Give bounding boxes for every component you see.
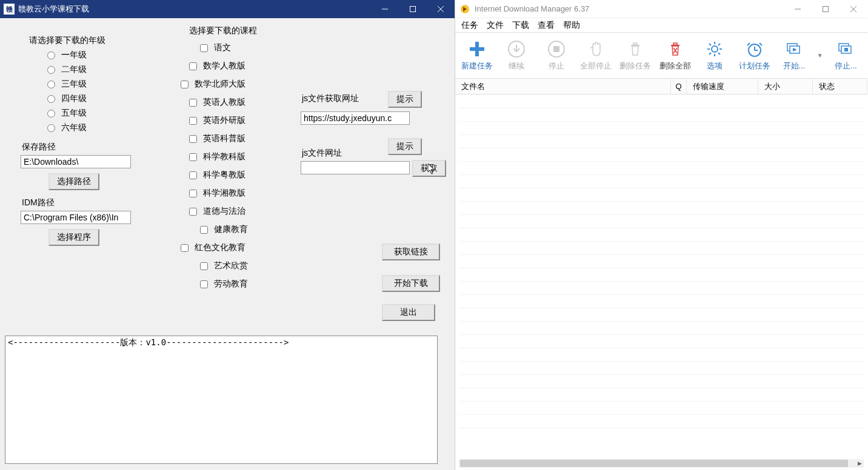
grade-radio-3[interactable]: 三年级 <box>47 79 87 90</box>
minimize-button[interactable] <box>784 0 812 18</box>
menu-view[interactable]: 查看 <box>538 20 555 31</box>
maximize-button[interactable] <box>399 0 427 18</box>
toolbar-resume[interactable]: 继续 <box>499 36 533 75</box>
course-chk-2[interactable]: 数学北师大版 <box>181 79 248 90</box>
minimize-button[interactable] <box>371 0 399 18</box>
course-chk-13[interactable]: 劳动教育 <box>200 279 248 290</box>
course-chk-4[interactable]: 英语外研版 <box>189 115 248 126</box>
queue-stop-icon <box>836 39 855 59</box>
toolbar-stop-all[interactable]: 全部停止 <box>579 36 612 75</box>
toolbar-scheduler[interactable]: 计划任务 <box>738 36 771 75</box>
course-chk-8[interactable]: 科学湘教版 <box>189 188 248 199</box>
horizontal-scrollbar[interactable]: ▶ <box>459 459 864 468</box>
svg-rect-6 <box>823 6 829 12</box>
start-download-button[interactable]: 开始下载 <box>382 275 440 292</box>
svg-line-27 <box>718 44 720 45</box>
toolbar-options[interactable]: 选项 <box>698 36 731 75</box>
save-path-input[interactable] <box>21 155 131 168</box>
menu-help[interactable]: 帮助 <box>563 20 580 31</box>
js-url-label: js文件网址 <box>302 148 342 159</box>
exit-button[interactable]: 退出 <box>382 304 435 321</box>
window-controls <box>371 0 455 18</box>
menu-file[interactable]: 文件 <box>487 20 504 31</box>
course-chk-10[interactable]: 健康教育 <box>200 224 248 235</box>
tip-button-1[interactable]: 提示 <box>388 91 422 108</box>
idm-path-input[interactable] <box>21 211 131 224</box>
tip-button-2[interactable]: 提示 <box>388 138 422 155</box>
toolbar-stop-queue[interactable]: 停止... <box>829 36 863 75</box>
list-row <box>459 228 864 242</box>
course-chk-11[interactable]: 红色文化教育 <box>181 242 248 253</box>
list-row <box>459 188 864 202</box>
titlebar: 赣 赣教云小学课程下载 <box>0 0 455 18</box>
toolbar-delete[interactable]: 删除任务 <box>619 36 652 75</box>
list-row <box>459 148 864 162</box>
col-q[interactable]: Q <box>671 79 687 94</box>
col-status[interactable]: 状态 <box>813 79 867 94</box>
grade-radio-6[interactable]: 六年级 <box>47 122 87 133</box>
list-row <box>459 415 864 428</box>
window-controls <box>784 0 867 18</box>
course-chk-7[interactable]: 科学粤教版 <box>189 170 248 180</box>
grade-label: 请选择要下载的年级 <box>29 35 105 46</box>
download-list[interactable] <box>459 95 864 458</box>
list-row <box>459 175 864 188</box>
svg-rect-36 <box>844 48 848 51</box>
fetch-button[interactable]: 获取 <box>412 160 446 177</box>
titlebar: Internet Download Manager 6.37 <box>455 0 867 18</box>
list-row <box>459 308 864 322</box>
maximize-button[interactable] <box>812 0 840 18</box>
js-fetch-url-input[interactable] <box>301 111 410 125</box>
toolbar-delete-all[interactable]: 删除全部 <box>658 36 692 75</box>
scrollbar-thumb[interactable] <box>460 460 848 467</box>
toolbar-new-task[interactable]: 新建任务 <box>460 36 493 75</box>
plus-icon <box>467 39 487 59</box>
hand-icon <box>586 39 606 59</box>
list-row <box>459 135 864 148</box>
course-chk-1[interactable]: 数学人教版 <box>189 61 248 71</box>
list-row <box>459 255 864 268</box>
grade-radio-2[interactable]: 二年级 <box>47 64 87 75</box>
svg-line-28 <box>709 53 711 55</box>
js-url-fetch-label: js文件获取网址 <box>302 93 359 104</box>
js-url-input[interactable] <box>301 161 410 174</box>
course-chk-9[interactable]: 道德与法治 <box>189 206 248 217</box>
choose-program-button[interactable]: 选择程序 <box>48 229 99 246</box>
close-button[interactable] <box>840 0 867 18</box>
choose-path-button[interactable]: 选择路径 <box>48 173 99 190</box>
list-row <box>459 282 864 295</box>
course-chk-5[interactable]: 英语科普版 <box>189 133 248 144</box>
app-icon: 赣 <box>4 4 15 15</box>
idm-path-label: IDM路径 <box>22 197 55 208</box>
gear-icon <box>705 39 724 59</box>
toolbar-start-queue[interactable]: 开始... <box>777 36 810 75</box>
trash-x-icon <box>666 39 685 59</box>
queue-start-icon <box>784 39 804 59</box>
menu-tasks[interactable]: 任务 <box>461 20 478 31</box>
list-row <box>459 162 864 175</box>
course-checkbox-group: 语文 数学人教版 数学北师大版 英语人教版 英语外研版 英语科普版 科学教科版 … <box>189 42 248 297</box>
toolbar-stop[interactable]: 停止 <box>539 36 573 75</box>
col-filename[interactable]: 文件名 <box>455 79 671 94</box>
list-row <box>459 362 864 375</box>
course-chk-6[interactable]: 科学教科版 <box>189 151 248 162</box>
course-chk-12[interactable]: 艺术欣赏 <box>200 260 248 271</box>
close-button[interactable] <box>427 0 455 18</box>
svg-rect-17 <box>673 43 677 45</box>
idm-icon <box>460 4 470 14</box>
grade-radio-group: 一年级 二年级 三年级 四年级 五年级 六年级 <box>47 50 87 137</box>
log-textarea[interactable]: <---------------------版本：v1.0-----------… <box>5 336 438 464</box>
course-chk-3[interactable]: 英语人教版 <box>189 97 248 108</box>
get-links-button[interactable]: 获取链接 <box>382 243 440 260</box>
course-chk-0[interactable]: 语文 <box>200 42 248 53</box>
grade-radio-4[interactable]: 四年级 <box>47 93 87 104</box>
grade-radio-5[interactable]: 五年级 <box>47 108 87 119</box>
col-speed[interactable]: 传输速度 <box>687 79 758 94</box>
col-size[interactable]: 大小 <box>758 79 813 94</box>
list-row <box>459 95 864 108</box>
menu-download[interactable]: 下载 <box>512 20 529 31</box>
scroll-right-icon[interactable]: ▶ <box>855 459 864 468</box>
dropdown-icon[interactable]: ▼ <box>817 52 823 59</box>
grade-radio-1[interactable]: 一年级 <box>47 50 87 61</box>
svg-point-20 <box>712 46 718 52</box>
